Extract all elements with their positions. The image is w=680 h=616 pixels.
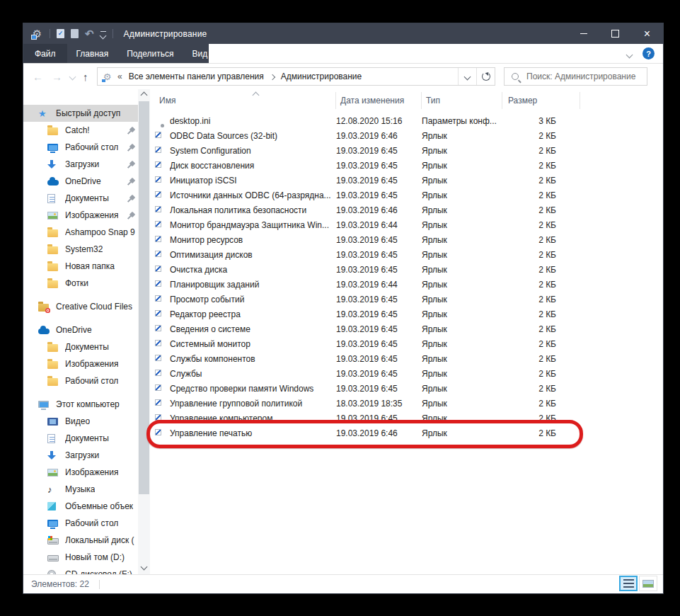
table-row[interactable]: Монитор брандмауэра Защитника Win...19.0… bbox=[150, 217, 663, 232]
cloud-icon bbox=[38, 329, 50, 334]
forward-button[interactable]: → bbox=[52, 64, 62, 89]
sidebar-item[interactable]: ♪Музыка bbox=[23, 481, 138, 498]
sidebar-item[interactable]: Фотки bbox=[23, 275, 138, 292]
table-row[interactable]: Локальная политика безопасности19.03.201… bbox=[150, 203, 663, 217]
back-button[interactable]: ← bbox=[33, 64, 43, 89]
breadcrumb-item[interactable]: Все элементы панели управления bbox=[129, 72, 264, 81]
table-row[interactable]: Диск восстановления19.03.2019 6:45Ярлык2… bbox=[150, 158, 663, 173]
breadcrumb-item[interactable]: Администрирование bbox=[281, 72, 362, 81]
sidebar-item[interactable]: Ashampoo Snap 9 bbox=[23, 224, 138, 241]
sidebar-item[interactable]: Документы bbox=[23, 430, 138, 447]
scrollbar-thumb[interactable] bbox=[139, 101, 149, 494]
table-row[interactable]: desktop.ini12.08.2020 15:16Параметры кон… bbox=[150, 113, 663, 128]
tab-1[interactable]: Главная bbox=[67, 44, 118, 63]
table-row[interactable]: Очистка диска19.03.2019 6:45Ярлык2 КБ bbox=[150, 262, 663, 277]
cell-type: Ярлык bbox=[422, 339, 502, 349]
table-row[interactable]: Оптимизация дисков19.03.2019 6:45Ярлык2 … bbox=[150, 247, 663, 262]
table-row[interactable]: Управление групповой политикой18.03.2019… bbox=[150, 396, 663, 411]
disk-os-icon bbox=[47, 538, 59, 544]
shortcut-arrow-badge bbox=[156, 326, 161, 331]
sidebar-item[interactable]: ★Быстрый доступ bbox=[23, 105, 138, 122]
sidebar-item[interactable]: Локальный диск ( bbox=[23, 532, 138, 549]
cell-name: Локальная политика безопасности bbox=[170, 205, 336, 215]
sidebar-item[interactable]: Документы bbox=[23, 190, 138, 207]
collapsed-crumbs-marker[interactable]: « bbox=[117, 72, 122, 81]
table-row[interactable]: Просмотр событий19.03.2019 6:45Ярлык2 КБ bbox=[150, 292, 663, 307]
sidebar-item[interactable]: Creative Cloud Files bbox=[23, 298, 138, 315]
cell-name: Инициатор iSCSI bbox=[170, 176, 336, 186]
sidebar-scrollbar[interactable] bbox=[138, 89, 150, 574]
table-row[interactable]: Системный монитор19.03.2019 6:45Ярлык2 К… bbox=[150, 336, 663, 351]
sidebar-item[interactable]: Документы bbox=[23, 338, 138, 355]
sidebar-item-label: Новый том (D:) bbox=[65, 552, 125, 562]
table-row[interactable]: System Configuration19.03.2019 6:45Ярлык… bbox=[150, 143, 663, 158]
sidebar-item-label: Рабочий стол bbox=[65, 376, 118, 386]
sidebar-item[interactable]: System32 bbox=[23, 241, 138, 258]
sidebar-item[interactable]: OneDrive bbox=[23, 321, 138, 338]
table-row[interactable]: Редактор реестра19.03.2019 6:45Ярлык2 КБ bbox=[150, 307, 663, 321]
sidebar-item[interactable]: Загрузки bbox=[23, 156, 138, 173]
sidebar-item[interactable]: Рабочий стол bbox=[23, 139, 138, 156]
table-row[interactable]: Службы компонентов19.03.2019 6:45Ярлык2 … bbox=[150, 351, 663, 366]
tab-3[interactable]: Вид bbox=[183, 44, 217, 63]
address-dropdown-icon[interactable] bbox=[458, 68, 476, 85]
help-icon[interactable]: ? bbox=[642, 47, 655, 59]
sidebar-item[interactable]: CD-дисковод (F:) bbox=[23, 566, 138, 574]
sidebar-item[interactable]: Рабочий стол bbox=[23, 515, 138, 532]
maximize-button[interactable] bbox=[599, 23, 631, 44]
up-button[interactable]: ↑ bbox=[83, 64, 88, 89]
column-header-date[interactable]: Дата изменения bbox=[336, 92, 422, 109]
column-header-type[interactable]: Тип bbox=[422, 92, 502, 109]
sidebar-item[interactable]: Новая папка bbox=[23, 258, 138, 275]
tab-2[interactable]: Поделиться bbox=[117, 44, 183, 63]
folder-icon bbox=[47, 361, 58, 369]
sidebar-item[interactable]: Этот компьютер bbox=[23, 396, 138, 413]
table-row[interactable]: Средство проверки памяти Windows19.03.20… bbox=[150, 381, 663, 396]
file-rows: desktop.ini12.08.2020 15:16Параметры кон… bbox=[150, 113, 663, 440]
sidebar-item[interactable]: Catch! bbox=[23, 122, 138, 139]
customize-qat-icon[interactable] bbox=[100, 30, 106, 38]
table-row[interactable]: Управление компьютером19.03.2019 6:45Ярл… bbox=[150, 411, 663, 426]
recent-locations-icon[interactable] bbox=[70, 64, 75, 89]
table-row[interactable]: ODBC Data Sources (32-bit)19.03.2019 6:4… bbox=[150, 128, 663, 143]
sidebar-item[interactable]: Загрузки bbox=[23, 447, 138, 464]
column-header-name[interactable]: Имя bbox=[150, 92, 336, 109]
sidebar-item[interactable]: Изображения bbox=[23, 464, 138, 481]
sidebar-item[interactable]: Рабочий стол bbox=[23, 372, 138, 389]
refresh-icon[interactable] bbox=[476, 68, 495, 85]
scroll-up-icon[interactable] bbox=[141, 92, 148, 99]
sidebar-item[interactable]: OneDrive bbox=[23, 173, 138, 190]
table-row[interactable]: Источники данных ODBC (64-разрядна...19.… bbox=[150, 188, 663, 203]
table-row[interactable]: Инициатор iSCSI19.03.2019 6:45Ярлык2 КБ bbox=[150, 173, 663, 188]
minimize-button[interactable] bbox=[567, 23, 599, 44]
table-row[interactable]: Сведения о системе19.03.2019 6:45Ярлык2 … bbox=[150, 321, 663, 336]
new-item-icon[interactable]: ✓ bbox=[71, 29, 79, 38]
table-row[interactable]: Управление печатью19.03.2019 6:46Ярлык2 … bbox=[150, 426, 663, 440]
table-row[interactable]: Службы19.03.2019 6:45Ярлык2 КБ bbox=[150, 366, 663, 381]
cell-date: 19.03.2019 6:46 bbox=[336, 131, 422, 141]
cell-type: Ярлык bbox=[422, 384, 502, 394]
pin-icon bbox=[128, 195, 136, 203]
minimize-ribbon-icon[interactable] bbox=[627, 47, 632, 60]
table-row[interactable]: Планировщик заданий19.03.2019 6:44Ярлык2… bbox=[150, 277, 663, 292]
scroll-down-icon[interactable] bbox=[141, 564, 148, 571]
sidebar-item[interactable]: Новый том (D:) bbox=[23, 549, 138, 566]
picture-icon bbox=[47, 469, 58, 477]
sidebar-item[interactable]: Видео bbox=[23, 413, 138, 430]
cell-date: 19.03.2019 6:45 bbox=[336, 250, 422, 260]
sidebar-item[interactable]: Объемные объек bbox=[23, 498, 138, 515]
close-button[interactable]: × bbox=[631, 23, 663, 44]
undo-arrow-icon[interactable]: ↶ bbox=[85, 29, 94, 39]
cell-size: 2 КБ bbox=[502, 339, 556, 349]
search-input[interactable] bbox=[525, 71, 647, 82]
properties-check-icon[interactable]: ✓ bbox=[57, 29, 64, 38]
sidebar-item[interactable]: Изображения bbox=[23, 355, 138, 372]
cell-size: 2 КБ bbox=[502, 369, 556, 379]
large-icons-view-button[interactable] bbox=[639, 576, 657, 591]
tab-file[interactable]: Файл bbox=[23, 44, 67, 63]
column-header-size[interactable]: Размер bbox=[502, 92, 580, 109]
sidebar-item[interactable]: Изображения bbox=[23, 207, 138, 224]
table-row[interactable]: Монитор ресурсов19.03.2019 6:45Ярлык2 КБ bbox=[150, 232, 663, 247]
details-view-button[interactable] bbox=[619, 576, 638, 591]
address-bar[interactable]: ⚙ « Все элементы панели управленияАдмини… bbox=[97, 67, 495, 86]
